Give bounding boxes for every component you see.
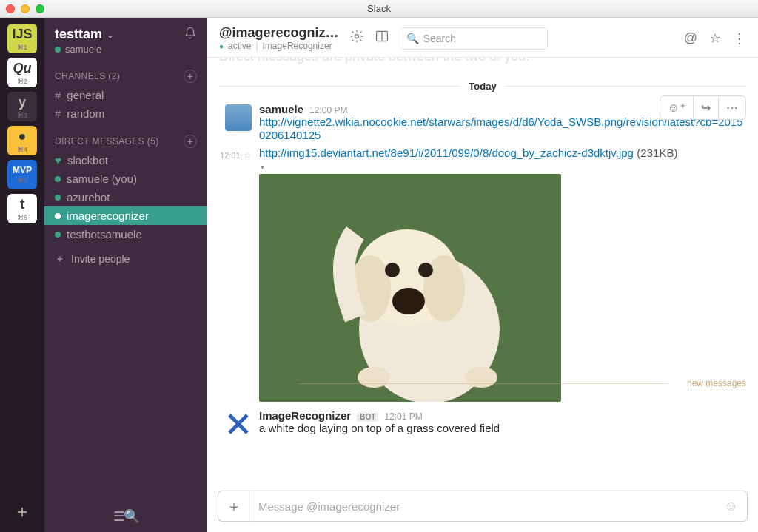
share-icon[interactable]: ↪ <box>694 96 719 119</box>
channels-header[interactable]: CHANNELS (2) + <box>44 62 207 86</box>
workspace-rail: IJS⌘1 Qu⌘2 y⌘3 ●⌘4 MVP⌘5 t⌘6 ＋ <box>0 18 44 532</box>
message-text: a white dog laying on top of a grass cov… <box>259 422 746 434</box>
svg-point-0 <box>355 35 358 38</box>
plus-icon: ＋ <box>55 252 65 266</box>
dm-item-selected[interactable]: imagerecognizer <box>44 206 207 225</box>
settings-icon[interactable] <box>349 29 364 47</box>
presence-icon <box>55 176 61 182</box>
star-icon[interactable]: ☆ <box>709 30 721 47</box>
workspace-icon[interactable]: t⌘6 <box>7 194 37 223</box>
sidebar-header[interactable]: testtam ⌄ samuele <box>44 18 207 62</box>
new-messages-divider: new messages <box>687 378 746 388</box>
workspace-icon[interactable]: Qu⌘2 <box>7 58 37 87</box>
window-controls <box>6 4 44 13</box>
workspace-icon[interactable]: ●⌘4 <box>7 126 37 155</box>
message: samuele 12:00 PM http://vignette2.wikia.… <box>219 103 746 142</box>
reaction-icon[interactable]: ☺⁺ <box>660 96 694 119</box>
presence-icon: ● <box>219 42 224 50</box>
add-dm-button[interactable]: + <box>184 135 197 148</box>
message-list: Direct messages are private between the … <box>207 58 758 485</box>
emoji-icon[interactable]: ☺ <box>725 499 738 514</box>
message-actions: ☺⁺ ↪ ⋯ <box>660 95 746 120</box>
current-user: samuele <box>55 44 114 55</box>
presence-icon <box>55 195 61 201</box>
conversation-title[interactable]: @imagerecogniz… <box>219 25 339 41</box>
jumper-icon[interactable]: ☰🔍 <box>113 508 138 525</box>
close-icon[interactable] <box>6 4 15 13</box>
svg-point-13 <box>465 367 497 388</box>
mentions-icon[interactable]: @ <box>684 30 697 46</box>
date-divider: Today <box>219 79 746 92</box>
info-text: Direct messages are private between the … <box>219 58 746 75</box>
collapse-icon[interactable]: ▾ <box>261 163 746 171</box>
sidebar-footer: ☰🔍 <box>44 501 207 532</box>
svg-point-12 <box>358 367 390 388</box>
window-titlebar: Slack <box>0 0 758 18</box>
timestamp: 12:01 <box>220 151 241 160</box>
notifications-icon[interactable] <box>184 27 197 44</box>
message-composer: ＋ Message @imagerecognizer ☺ <box>207 485 758 532</box>
sidebar-toggle-icon[interactable] <box>375 29 389 47</box>
presence-icon <box>55 213 61 219</box>
hash-icon: # <box>55 107 61 120</box>
message-input[interactable]: Message @imagerecognizer ☺ <box>249 491 748 522</box>
dm-item[interactable]: testbotsamuele <box>44 225 207 243</box>
sidebar: testtam ⌄ samuele CHANNELS (2) + #genera… <box>44 18 207 532</box>
avatar[interactable] <box>225 104 252 131</box>
search-input[interactable]: 🔍 Search <box>400 27 548 50</box>
presence-icon <box>55 47 61 53</box>
avatar[interactable] <box>225 411 252 437</box>
minimize-icon[interactable] <box>21 4 30 13</box>
dm-item[interactable]: samuele (you) <box>44 169 207 188</box>
author-name[interactable]: ImageRecognizer <box>259 409 351 422</box>
dm-item[interactable]: azurebot <box>44 188 207 206</box>
more-icon[interactable]: ⋮ <box>733 30 746 47</box>
timestamp: 12:01 PM <box>384 411 422 422</box>
message-link[interactable]: http://img15.deviantart.net/8e91/i/2011/… <box>259 147 634 159</box>
window-title: Slack <box>367 3 391 14</box>
dms-header[interactable]: DIRECT MESSAGES (5) + <box>44 127 207 151</box>
conversation-header: @imagerecogniz… ● active | ImageRecogniz… <box>207 18 758 58</box>
heart-icon: ♥ <box>55 154 61 166</box>
invite-people-button[interactable]: ＋Invite people <box>44 248 207 270</box>
channel-list: #general #random <box>44 86 207 127</box>
hash-icon: # <box>55 89 61 101</box>
add-workspace-button[interactable]: ＋ <box>13 499 31 523</box>
dm-list: ♥slackbot samuele (you) azurebot imagere… <box>44 151 207 248</box>
message: 12:01 ☆ http://img15.deviantart.net/8e91… <box>219 147 746 402</box>
author-name[interactable]: samuele <box>259 103 303 115</box>
team-name: testtam ⌄ <box>55 27 114 42</box>
svg-point-9 <box>385 263 400 277</box>
attach-button[interactable]: ＋ <box>218 491 249 522</box>
presence-icon <box>55 232 61 238</box>
svg-point-11 <box>392 288 425 314</box>
maximize-icon[interactable] <box>36 4 44 13</box>
bot-badge: BOT <box>357 412 378 422</box>
svg-point-10 <box>418 263 433 277</box>
star-icon[interactable]: ☆ <box>244 150 252 161</box>
app-shell: IJS⌘1 Qu⌘2 y⌘3 ●⌘4 MVP⌘5 t⌘6 ＋ testtam ⌄… <box>0 18 758 532</box>
workspace-icon[interactable]: y⌘3 <box>7 92 37 121</box>
dm-item[interactable]: ♥slackbot <box>44 151 207 169</box>
add-channel-button[interactable]: + <box>184 70 197 83</box>
workspace-icon[interactable]: MVP⌘5 <box>7 160 37 189</box>
chevron-down-icon: ⌄ <box>107 30 114 40</box>
conversation-pane: @imagerecogniz… ● active | ImageRecogniz… <box>207 18 758 532</box>
image-preview[interactable] <box>259 174 561 402</box>
channel-item[interactable]: #random <box>44 104 207 123</box>
more-icon[interactable]: ⋯ <box>719 96 745 119</box>
search-icon: 🔍 <box>406 33 419 44</box>
workspace-icon[interactable]: IJS⌘1 <box>7 24 37 53</box>
conversation-subtitle: ● active | ImageRecognizer <box>219 41 339 51</box>
file-size: (231KB) <box>637 147 677 159</box>
channel-item[interactable]: #general <box>44 86 207 104</box>
timestamp: 12:00 PM <box>309 105 347 115</box>
message: ImageRecognizer BOT 12:01 PM a white dog… <box>219 409 746 440</box>
